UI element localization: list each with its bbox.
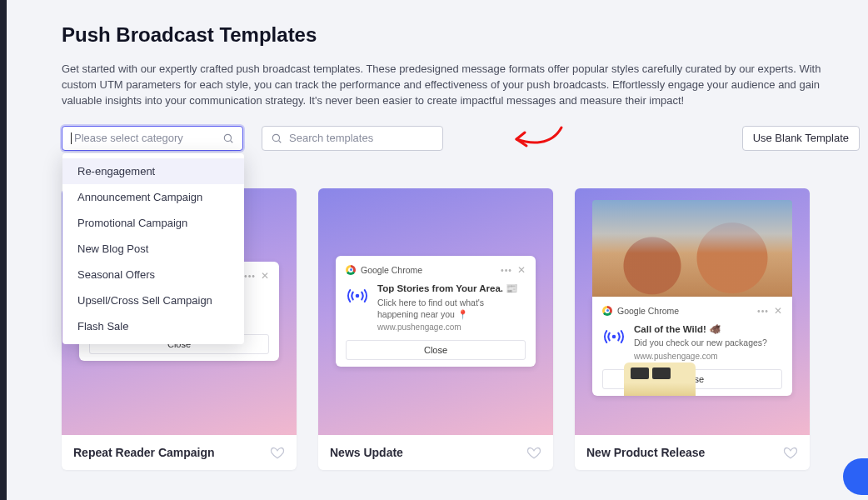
svg-line-3 [279, 140, 282, 142]
chrome-icon [602, 306, 612, 316]
category-option[interactable]: Announcement Campaign [62, 184, 244, 210]
broadcast-icon [346, 284, 369, 308]
notif-close-button[interactable]: Close [346, 340, 526, 360]
template-preview: Google Chrome ••• ✕ Top [318, 188, 553, 435]
close-icon: ✕ [517, 264, 526, 276]
search-icon [271, 132, 282, 144]
svg-line-1 [231, 140, 233, 142]
page-title: Push Broadcast Templates [62, 23, 868, 47]
category-placeholder: Please select category [74, 132, 183, 144]
notif-app-label: Google Chrome [361, 265, 422, 275]
favorite-icon[interactable] [783, 445, 798, 460]
category-option[interactable]: Seasonal Offers [62, 262, 244, 288]
svg-point-2 [272, 134, 279, 141]
close-icon: ✕ [774, 305, 782, 317]
page-intro: Get started with our expertly crafted pu… [62, 62, 836, 109]
svg-point-0 [224, 134, 231, 141]
category-option[interactable]: New Blog Post [62, 236, 244, 262]
category-option[interactable]: Re-engagement [62, 158, 244, 184]
template-preview: Google Chrome ••• ✕ [575, 188, 810, 435]
search-input[interactable]: Search templates [262, 126, 443, 151]
side-strip [0, 0, 7, 500]
use-blank-template-button[interactable]: Use Blank Template [742, 126, 860, 151]
notif-desc: Click here to find out what's happening … [377, 297, 526, 320]
category-dropdown: Re-engagement Announcement Campaign Prom… [62, 153, 244, 344]
svg-point-6 [612, 334, 616, 338]
annotation-arrow [510, 121, 568, 154]
notif-title: Call of the Wild! 🐗 [634, 323, 767, 336]
template-title: New Product Release [586, 446, 705, 459]
broadcast-icon [602, 325, 626, 348]
template-image [592, 200, 792, 297]
svg-point-5 [356, 294, 360, 298]
search-icon [222, 132, 234, 144]
more-icon: ••• [757, 306, 769, 316]
category-option[interactable]: Promotional Campaign [62, 210, 244, 236]
notif-desc: Did you check our new packages? [634, 337, 767, 348]
template-title: News Update [330, 446, 403, 459]
category-select[interactable]: Please select category Re-engagement Ann… [62, 126, 243, 151]
favorite-icon[interactable] [270, 445, 285, 460]
help-fab[interactable] [843, 458, 868, 495]
more-icon: ••• [501, 265, 512, 275]
chrome-icon [346, 265, 356, 275]
category-option[interactable]: Flash Sale [62, 313, 244, 339]
search-placeholder: Search templates [289, 132, 373, 144]
category-option[interactable]: Upsell/Cross Sell Campaign [62, 288, 244, 313]
more-icon: ••• [244, 271, 256, 281]
notif-app-label: Google Chrome [617, 306, 679, 316]
template-title: Repeat Reader Campaign [73, 446, 215, 459]
notif-source: www.pushengage.com [634, 352, 767, 361]
close-icon: ✕ [261, 270, 269, 282]
template-card[interactable]: Google Chrome ••• ✕ Top [318, 188, 553, 470]
controls-row: Please select category Re-engagement Ann… [62, 126, 868, 151]
notif-title: Top Stories from Your Area. 📰 [377, 282, 526, 295]
notif-source: www.pushengage.com [377, 322, 526, 332]
notification-preview: Google Chrome ••• ✕ Top [336, 256, 536, 367]
favorite-icon[interactable] [526, 445, 541, 460]
template-card[interactable]: Google Chrome ••• ✕ [575, 188, 810, 470]
